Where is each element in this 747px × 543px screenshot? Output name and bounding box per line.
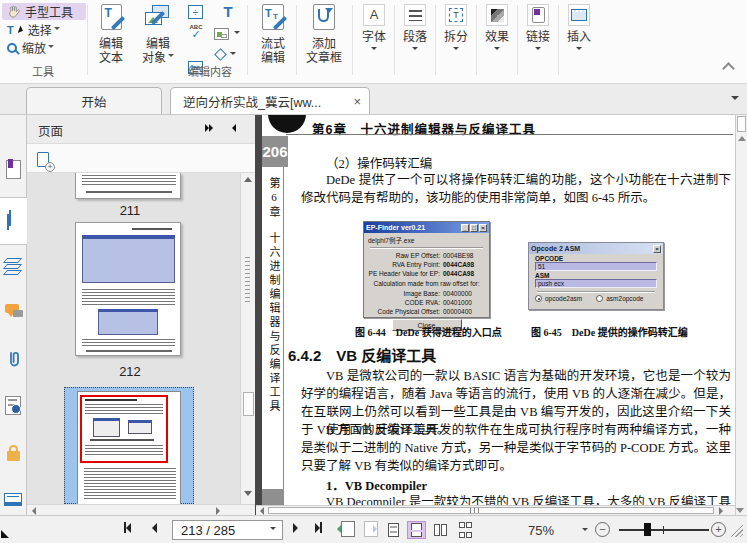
sidebar-security-button[interactable]: [7, 445, 20, 461]
pages-icon: [9, 210, 11, 226]
layers-icon: [3, 258, 22, 263]
hand-tool-button[interactable]: 手型工具: [2, 3, 86, 20]
pages-panel-toolbar: + − + ×: [27, 143, 255, 173]
sidebar-signature-button[interactable]: [5, 396, 21, 415]
sidebar-bookmarks-button[interactable]: [6, 160, 21, 179]
select-tool-button[interactable]: T 选择: [2, 21, 74, 38]
cursor-arrow-icon: [17, 25, 23, 34]
side-chapter-number: 第6章: [268, 177, 280, 220]
spell-check-button[interactable]: ABC ✓: [184, 24, 208, 38]
radio-label: opcode2asm: [545, 295, 582, 302]
tab-document-label: 逆向分析实战_冀云[ww...: [183, 92, 321, 111]
link-button[interactable]: 链接: [519, 4, 557, 53]
opcode-field: 51: [535, 262, 657, 271]
paragraph-4: VB Decompiler 是一款较为不错的 VB 反编译工具，大多的 VB 反…: [301, 493, 731, 505]
facing-view-button[interactable]: [431, 521, 450, 539]
zoom-in-button[interactable]: [711, 522, 726, 537]
hide-panel-corner-icon[interactable]: [1, 530, 9, 538]
last-page-button[interactable]: [315, 522, 322, 533]
split-button[interactable]: T 拆分: [437, 4, 475, 53]
edit-text-button[interactable]: T 编辑 文本: [90, 4, 132, 65]
font-label: 字体: [362, 30, 386, 44]
next-page-button[interactable]: [293, 523, 298, 533]
zoom-dropdown-icon[interactable]: [582, 528, 588, 534]
text-cursor-tool-button[interactable]: T: [218, 3, 238, 20]
sidebar-pages-button-selected[interactable]: [0, 197, 27, 245]
effect-button[interactable]: 效果: [478, 4, 516, 53]
thumbnail-text-lines: [85, 445, 163, 457]
panel-collapse-icon[interactable]: [232, 124, 236, 132]
first-page-button[interactable]: [124, 522, 131, 533]
sidebar-comments-button[interactable]: [5, 304, 23, 320]
facing-icon-left: [434, 524, 440, 536]
thumbnails-scrollbar[interactable]: [240, 173, 255, 504]
tools-group-label: 工具: [0, 63, 86, 79]
add-article-box-button[interactable]: 添加 文章框: [299, 4, 349, 65]
scroll-up-icon[interactable]: [244, 177, 252, 182]
scroll-up-icon[interactable]: [738, 136, 746, 141]
sidebar-layers-button[interactable]: [5, 257, 20, 276]
tab-document[interactable]: 逆向分析实战_冀云[ww... ×: [170, 87, 370, 114]
add-article-label-2: 文章框: [306, 51, 342, 65]
zoom-slider-track[interactable]: [619, 529, 709, 531]
scroll-right-icon[interactable]: [719, 507, 723, 515]
ep-row-value: 0004BE98: [443, 251, 485, 260]
single-page-view-button[interactable]: [384, 521, 403, 539]
object-annotation-button[interactable]: [214, 25, 240, 42]
panel-expand-icon[interactable]: [205, 124, 213, 132]
document-v-scrollbar[interactable]: [735, 115, 747, 515]
thumbnail-page-211[interactable]: [75, 173, 181, 199]
merge-split-text-button[interactable]: ÷: [188, 5, 203, 19]
side-chapter-text: 第6章十六进制编辑器与反编译工具: [264, 177, 284, 487]
thumbnail-page-212[interactable]: [75, 222, 181, 356]
dropdown-caret-icon: [230, 52, 236, 58]
edit-object-button[interactable]: 编辑 对象: [134, 4, 182, 65]
page-number-input[interactable]: 213 / 285: [172, 520, 283, 540]
zoom-slider-thumb[interactable]: [644, 523, 651, 536]
scroll-left-icon[interactable]: [260, 507, 264, 515]
sidebar-attachments-button[interactable]: [6, 350, 22, 371]
continuous-view-button-selected[interactable]: [407, 521, 426, 539]
zoom-tool-button[interactable]: 缩放: [2, 39, 74, 56]
previous-view-button[interactable]: [341, 521, 355, 537]
zoom-in-thumbnails-button[interactable]: +: [30, 147, 56, 171]
previous-page-button[interactable]: [152, 523, 157, 533]
continuous-facing-view-button[interactable]: [456, 521, 474, 539]
window-resize-grip[interactable]: [729, 523, 743, 537]
edit-text-icon: T: [101, 4, 122, 30]
font-button[interactable]: A 字体: [355, 4, 393, 53]
insert-button[interactable]: 插入: [560, 4, 598, 53]
thumbnail-text-lines: [82, 289, 175, 305]
shapes-button[interactable]: [216, 46, 236, 63]
scrollbar-thumb[interactable]: [268, 507, 714, 514]
document-page[interactable]: 206 第6章十六进制编辑器与反编译工具 第6章 十六进制编辑器与反编译工具 （…: [262, 115, 735, 505]
scrollbar-thumb[interactable]: [737, 116, 746, 132]
tab-start[interactable]: 开始: [26, 87, 162, 114]
dropdown-caret-icon: [234, 31, 240, 37]
document-h-scrollbar[interactable]: [256, 505, 735, 515]
scroll-down-icon[interactable]: [736, 508, 744, 513]
current-view-red-rectangle: [80, 395, 168, 463]
edit-object-label-1: 编辑: [146, 37, 170, 51]
tab-list-dropdown-icon[interactable]: [731, 96, 739, 104]
scroll-right-icon[interactable]: [216, 507, 220, 515]
next-view-button[interactable]: [364, 521, 378, 537]
figure-ep-finder-dialog: EP-Finder ver0.21 _□× delphi7例子.exe Raw …: [363, 221, 490, 318]
collapse-ribbon-button[interactable]: [722, 62, 735, 75]
thumbnails-h-scrollbar[interactable]: [27, 504, 255, 515]
scrollbar-thumb[interactable]: [243, 392, 254, 416]
zoom-out-button[interactable]: [595, 522, 610, 537]
sidebar-destinations-button[interactable]: [4, 493, 22, 506]
scroll-left-icon[interactable]: [32, 507, 36, 515]
scroll-down-icon[interactable]: [244, 491, 252, 496]
tab-bar: 开始 逆向分析实战_冀云[ww... ×: [0, 84, 747, 115]
lock-icon: [7, 451, 20, 461]
flow-edit-button[interactable]: TT 流式 编辑: [251, 4, 295, 65]
back-arrow-icon: [337, 525, 341, 533]
panel-splitter-grip[interactable]: [245, 257, 250, 303]
link-label: 链接: [526, 30, 550, 44]
thumbnail-page-213-selected[interactable]: [64, 387, 194, 504]
tab-close-icon[interactable]: ×: [347, 94, 361, 109]
paragraph-button[interactable]: 段落: [396, 4, 434, 53]
ep-finder-note: Calculation made from raw offset for:: [368, 280, 485, 287]
